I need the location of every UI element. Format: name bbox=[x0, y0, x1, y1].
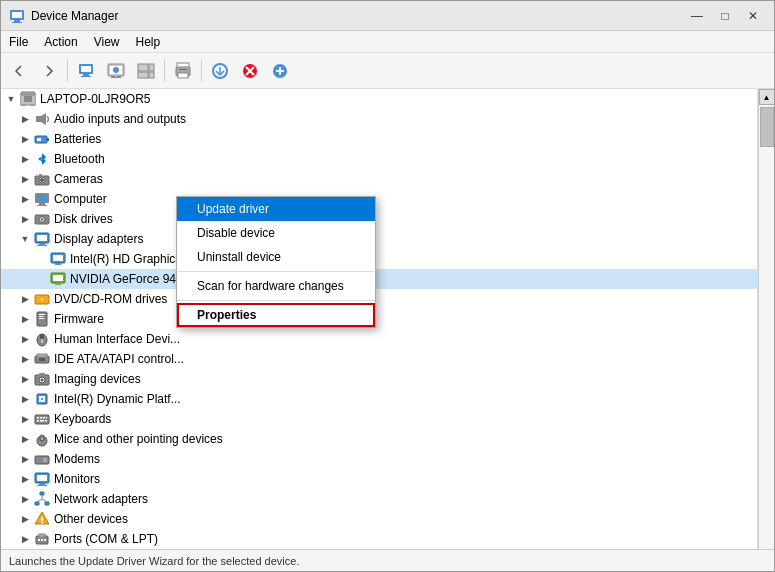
svg-point-79 bbox=[41, 379, 44, 382]
device-manager-window: Device Manager — □ ✕ File Action View He… bbox=[0, 0, 775, 572]
ctx-separator bbox=[177, 271, 375, 272]
menu-file[interactable]: File bbox=[1, 31, 36, 52]
title-bar: Device Manager — □ ✕ bbox=[1, 1, 774, 31]
tree-item-dvd[interactable]: ▶ DVD/CD-ROM drives bbox=[1, 289, 757, 309]
tree-item-network[interactable]: ▶ Network adapters bbox=[1, 489, 757, 509]
other-expander[interactable]: ▶ bbox=[17, 509, 33, 529]
tree-root[interactable]: ▼ LAPTOP-0LJR9OR5 bbox=[1, 89, 757, 109]
svg-rect-98 bbox=[43, 458, 47, 462]
ctx-disable-device[interactable]: Disable device bbox=[177, 221, 375, 245]
display-label: Display adapters bbox=[54, 232, 143, 246]
batteries-expander[interactable]: ▶ bbox=[17, 129, 33, 149]
tree-item-intel-gpu[interactable]: ▶ Intel(R) HD Graphics 620 bbox=[1, 249, 757, 269]
imaging-label: Imaging devices bbox=[54, 372, 141, 386]
nvidia-gpu-icon bbox=[49, 271, 67, 287]
toolbar-properties[interactable] bbox=[72, 57, 100, 85]
svg-rect-114 bbox=[38, 539, 40, 541]
ctx-uninstall-device[interactable]: Uninstall device bbox=[177, 245, 375, 269]
audio-expander[interactable]: ▶ bbox=[17, 109, 33, 129]
monitors-expander[interactable]: ▶ bbox=[17, 469, 33, 489]
hid-expander[interactable]: ▶ bbox=[17, 329, 33, 349]
intel-dynamic-icon bbox=[33, 391, 51, 407]
tree-item-bluetooth[interactable]: ▶ Bluetooth bbox=[1, 149, 757, 169]
dvd-expander[interactable]: ▶ bbox=[17, 289, 33, 309]
tree-item-other[interactable]: ▶ Other devices bbox=[1, 509, 757, 529]
toolbar-view[interactable] bbox=[132, 57, 160, 85]
keyboards-expander[interactable]: ▶ bbox=[17, 409, 33, 429]
svg-rect-35 bbox=[36, 116, 41, 122]
svg-rect-69 bbox=[39, 316, 43, 317]
toolbar-remove[interactable] bbox=[236, 57, 264, 85]
firmware-expander[interactable]: ▶ bbox=[17, 309, 33, 329]
bluetooth-expander[interactable]: ▶ bbox=[17, 149, 33, 169]
tree-item-modems[interactable]: ▶ Modems bbox=[1, 449, 757, 469]
display-expander[interactable]: ▼ bbox=[17, 229, 33, 249]
network-expander[interactable]: ▶ bbox=[17, 489, 33, 509]
toolbar-update[interactable] bbox=[206, 57, 234, 85]
svg-rect-15 bbox=[149, 64, 154, 71]
tree-item-mice[interactable]: ▶ Mice and other pointing devices bbox=[1, 429, 757, 449]
computer-expander[interactable]: ▶ bbox=[17, 189, 33, 209]
tree-item-firmware[interactable]: ▶ Firmware bbox=[1, 309, 757, 329]
disk-expander[interactable]: ▶ bbox=[17, 209, 33, 229]
toolbar-scan[interactable] bbox=[102, 57, 130, 85]
dvd-label: DVD/CD-ROM drives bbox=[54, 292, 167, 306]
batteries-label: Batteries bbox=[54, 132, 101, 146]
tree-item-keyboards[interactable]: ▶ Keyboards bbox=[1, 409, 757, 429]
cameras-expander[interactable]: ▶ bbox=[17, 169, 33, 189]
svg-rect-113 bbox=[39, 534, 45, 537]
tree-item-ports[interactable]: ▶ Ports (COM & LPT) bbox=[1, 529, 757, 549]
svg-line-108 bbox=[42, 499, 47, 502]
tree-item-disk[interactable]: ▶ Disk drives bbox=[1, 209, 757, 229]
svg-rect-1 bbox=[12, 12, 22, 18]
tree-item-batteries[interactable]: ▶ Batteries bbox=[1, 129, 757, 149]
minimize-button[interactable]: — bbox=[684, 6, 710, 26]
toolbar-print[interactable] bbox=[169, 57, 197, 85]
tree-item-imaging[interactable]: ▶ Imaging devices bbox=[1, 369, 757, 389]
ports-expander[interactable]: ▶ bbox=[17, 529, 33, 549]
menu-help[interactable]: Help bbox=[128, 31, 169, 52]
svg-rect-87 bbox=[43, 417, 45, 419]
tree-item-cameras[interactable]: ▶ Cameras bbox=[1, 169, 757, 189]
svg-rect-20 bbox=[178, 73, 188, 78]
toolbar-add[interactable] bbox=[266, 57, 294, 85]
monitors-icon bbox=[33, 471, 51, 487]
scrollbar-up[interactable]: ▲ bbox=[759, 89, 775, 105]
window-controls: — □ ✕ bbox=[684, 6, 766, 26]
root-expander[interactable]: ▼ bbox=[3, 89, 19, 109]
tree-item-display[interactable]: ▼ Display adapters bbox=[1, 229, 757, 249]
close-button[interactable]: ✕ bbox=[740, 6, 766, 26]
ctx-properties[interactable]: Properties bbox=[177, 303, 375, 327]
imaging-expander[interactable]: ▶ bbox=[17, 369, 33, 389]
maximize-button[interactable]: □ bbox=[712, 6, 738, 26]
toolbar-back[interactable] bbox=[5, 57, 33, 85]
svg-point-97 bbox=[40, 459, 42, 461]
tree-item-ide[interactable]: ▶ IDE ATA/ATAPI control... bbox=[1, 349, 757, 369]
hid-icon bbox=[33, 331, 51, 347]
svg-rect-33 bbox=[31, 105, 34, 106]
toolbar-forward[interactable] bbox=[35, 57, 63, 85]
svg-rect-31 bbox=[24, 96, 32, 102]
ctx-scan-hardware[interactable]: Scan for hardware changes bbox=[177, 274, 375, 298]
disk-icon bbox=[33, 211, 51, 227]
tree-item-hid[interactable]: ▶ Human Interface Devi... bbox=[1, 329, 757, 349]
menu-action[interactable]: Action bbox=[36, 31, 85, 52]
svg-rect-116 bbox=[44, 539, 46, 541]
hid-label: Human Interface Devi... bbox=[54, 332, 180, 346]
intel-dynamic-expander[interactable]: ▶ bbox=[17, 389, 33, 409]
tree-item-audio[interactable]: ▶ Audio inputs and outputs bbox=[1, 109, 757, 129]
tree-item-intel-dynamic[interactable]: ▶ Intel(R) Dynamic Platf... bbox=[1, 389, 757, 409]
tree-item-computer[interactable]: ▶ Computer bbox=[1, 189, 757, 209]
window-icon bbox=[9, 8, 25, 24]
modems-expander[interactable]: ▶ bbox=[17, 449, 33, 469]
ide-expander[interactable]: ▶ bbox=[17, 349, 33, 369]
menu-view[interactable]: View bbox=[86, 31, 128, 52]
tree-panel[interactable]: ▼ LAPTOP-0LJR9OR5 ▶ bbox=[1, 89, 758, 549]
mice-expander[interactable]: ▶ bbox=[17, 429, 33, 449]
svg-rect-59 bbox=[53, 255, 63, 261]
tree-item-nvidia-gpu[interactable]: ▶ NVIDIA GeForce 940MX bbox=[1, 269, 757, 289]
scrollbar[interactable]: ▲ bbox=[758, 89, 774, 549]
tree-item-monitors[interactable]: ▶ Monitors bbox=[1, 469, 757, 489]
scrollbar-thumb[interactable] bbox=[760, 107, 774, 147]
ctx-update-driver[interactable]: Update driver bbox=[177, 197, 375, 221]
